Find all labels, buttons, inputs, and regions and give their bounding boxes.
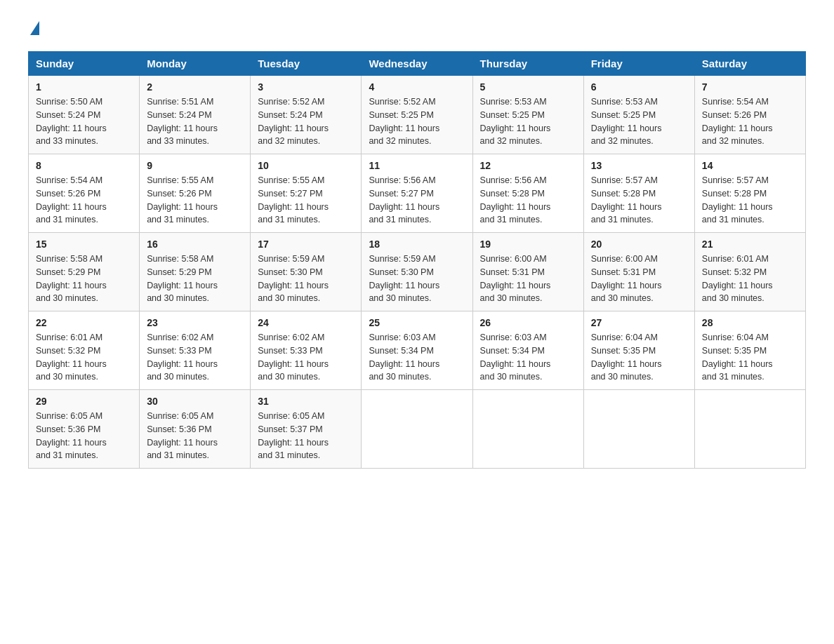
day-info: Sunrise: 5:53 AM Sunset: 5:25 PM Dayligh…	[591, 95, 687, 148]
logo-text	[28, 21, 39, 34]
calendar-cell: 17 Sunrise: 5:59 AM Sunset: 5:30 PM Dayl…	[251, 233, 362, 311]
day-number: 22	[36, 317, 132, 328]
calendar-cell: 30 Sunrise: 6:05 AM Sunset: 5:36 PM Dayl…	[140, 390, 251, 469]
header	[28, 21, 806, 34]
calendar-cell: 2 Sunrise: 5:51 AM Sunset: 5:24 PM Dayli…	[140, 76, 251, 154]
calendar-cell: 10 Sunrise: 5:55 AM Sunset: 5:27 PM Dayl…	[251, 154, 362, 233]
calendar-cell: 31 Sunrise: 6:05 AM Sunset: 5:37 PM Dayl…	[251, 390, 362, 469]
day-number: 2	[147, 81, 243, 93]
calendar-cell: 14 Sunrise: 5:57 AM Sunset: 5:28 PM Dayl…	[694, 154, 805, 233]
calendar-cell: 23 Sunrise: 6:02 AM Sunset: 5:33 PM Dayl…	[140, 311, 251, 390]
day-info: Sunrise: 5:58 AM Sunset: 5:29 PM Dayligh…	[36, 253, 132, 305]
day-info: Sunrise: 5:53 AM Sunset: 5:25 PM Dayligh…	[480, 95, 576, 148]
day-number: 28	[702, 317, 798, 328]
day-number: 27	[591, 317, 687, 328]
calendar-cell: 7 Sunrise: 5:54 AM Sunset: 5:26 PM Dayli…	[694, 76, 805, 154]
day-info: Sunrise: 5:54 AM Sunset: 5:26 PM Dayligh…	[702, 95, 798, 148]
calendar-cell	[583, 390, 694, 469]
day-number: 26	[480, 317, 576, 328]
calendar-table: SundayMondayTuesdayWednesdayThursdayFrid…	[28, 51, 806, 469]
calendar-cell: 8 Sunrise: 5:54 AM Sunset: 5:26 PM Dayli…	[29, 154, 140, 233]
calendar-cell: 12 Sunrise: 5:56 AM Sunset: 5:28 PM Dayl…	[472, 154, 583, 233]
calendar-cell: 3 Sunrise: 5:52 AM Sunset: 5:24 PM Dayli…	[251, 76, 362, 154]
day-info: Sunrise: 6:05 AM Sunset: 5:36 PM Dayligh…	[36, 410, 132, 462]
calendar-cell: 24 Sunrise: 6:02 AM Sunset: 5:33 PM Dayl…	[251, 311, 362, 390]
calendar-cell: 1 Sunrise: 5:50 AM Sunset: 5:24 PM Dayli…	[29, 76, 140, 154]
day-number: 30	[147, 396, 243, 407]
calendar-cell: 9 Sunrise: 5:55 AM Sunset: 5:26 PM Dayli…	[140, 154, 251, 233]
day-info: Sunrise: 5:52 AM Sunset: 5:24 PM Dayligh…	[258, 95, 354, 148]
calendar-cell: 5 Sunrise: 5:53 AM Sunset: 5:25 PM Dayli…	[472, 76, 583, 154]
day-info: Sunrise: 6:00 AM Sunset: 5:31 PM Dayligh…	[480, 253, 576, 305]
day-info: Sunrise: 5:59 AM Sunset: 5:30 PM Dayligh…	[369, 253, 465, 305]
day-info: Sunrise: 6:01 AM Sunset: 5:32 PM Dayligh…	[36, 331, 132, 384]
day-number: 5	[480, 81, 576, 93]
calendar-cell: 29 Sunrise: 6:05 AM Sunset: 5:36 PM Dayl…	[29, 390, 140, 469]
calendar-cell: 28 Sunrise: 6:04 AM Sunset: 5:35 PM Dayl…	[694, 311, 805, 390]
day-info: Sunrise: 6:00 AM Sunset: 5:31 PM Dayligh…	[591, 253, 687, 305]
weekday-header-sunday: Sunday	[29, 52, 140, 76]
weekday-header-thursday: Thursday	[472, 52, 583, 76]
day-number: 3	[258, 81, 354, 93]
day-number: 15	[36, 239, 132, 250]
day-info: Sunrise: 6:05 AM Sunset: 5:36 PM Dayligh…	[147, 410, 243, 462]
day-number: 19	[480, 239, 576, 250]
day-number: 9	[147, 160, 243, 171]
calendar-cell: 22 Sunrise: 6:01 AM Sunset: 5:32 PM Dayl…	[29, 311, 140, 390]
weekday-header-friday: Friday	[583, 52, 694, 76]
day-number: 8	[36, 160, 132, 171]
calendar-cell: 6 Sunrise: 5:53 AM Sunset: 5:25 PM Dayli…	[583, 76, 694, 154]
calendar-cell: 15 Sunrise: 5:58 AM Sunset: 5:29 PM Dayl…	[29, 233, 140, 311]
day-info: Sunrise: 5:59 AM Sunset: 5:30 PM Dayligh…	[258, 253, 354, 305]
day-number: 18	[369, 239, 465, 250]
day-info: Sunrise: 6:04 AM Sunset: 5:35 PM Dayligh…	[591, 331, 687, 384]
calendar-cell: 18 Sunrise: 5:59 AM Sunset: 5:30 PM Dayl…	[362, 233, 472, 311]
day-number: 31	[258, 396, 354, 407]
day-number: 7	[702, 81, 798, 93]
day-number: 11	[369, 160, 465, 171]
day-number: 13	[591, 160, 687, 171]
day-info: Sunrise: 5:58 AM Sunset: 5:29 PM Dayligh…	[147, 253, 243, 305]
day-info: Sunrise: 6:02 AM Sunset: 5:33 PM Dayligh…	[147, 331, 243, 384]
day-number: 14	[702, 160, 798, 171]
day-number: 16	[147, 239, 243, 250]
day-info: Sunrise: 5:55 AM Sunset: 5:27 PM Dayligh…	[258, 174, 354, 227]
weekday-header-tuesday: Tuesday	[251, 52, 362, 76]
calendar-cell: 25 Sunrise: 6:03 AM Sunset: 5:34 PM Dayl…	[362, 311, 472, 390]
day-number: 6	[591, 81, 687, 93]
weekday-header-monday: Monday	[140, 52, 251, 76]
day-number: 21	[702, 239, 798, 250]
day-number: 24	[258, 317, 354, 328]
day-info: Sunrise: 6:05 AM Sunset: 5:37 PM Dayligh…	[258, 410, 354, 462]
day-info: Sunrise: 5:56 AM Sunset: 5:28 PM Dayligh…	[480, 174, 576, 227]
day-number: 25	[369, 317, 465, 328]
day-info: Sunrise: 5:56 AM Sunset: 5:27 PM Dayligh…	[369, 174, 465, 227]
calendar-cell: 19 Sunrise: 6:00 AM Sunset: 5:31 PM Dayl…	[472, 233, 583, 311]
day-info: Sunrise: 5:50 AM Sunset: 5:24 PM Dayligh…	[36, 95, 132, 148]
day-number: 23	[147, 317, 243, 328]
weekday-header-wednesday: Wednesday	[362, 52, 472, 76]
day-info: Sunrise: 6:03 AM Sunset: 5:34 PM Dayligh…	[369, 331, 465, 384]
day-number: 29	[36, 396, 132, 407]
calendar-cell: 27 Sunrise: 6:04 AM Sunset: 5:35 PM Dayl…	[583, 311, 694, 390]
calendar-cell	[694, 390, 805, 469]
logo	[28, 21, 39, 34]
calendar-cell: 11 Sunrise: 5:56 AM Sunset: 5:27 PM Dayl…	[362, 154, 472, 233]
day-info: Sunrise: 6:02 AM Sunset: 5:33 PM Dayligh…	[258, 331, 354, 384]
day-info: Sunrise: 5:57 AM Sunset: 5:28 PM Dayligh…	[591, 174, 687, 227]
day-info: Sunrise: 6:04 AM Sunset: 5:35 PM Dayligh…	[702, 331, 798, 384]
calendar-cell: 26 Sunrise: 6:03 AM Sunset: 5:34 PM Dayl…	[472, 311, 583, 390]
day-number: 1	[36, 81, 132, 93]
calendar-cell: 21 Sunrise: 6:01 AM Sunset: 5:32 PM Dayl…	[694, 233, 805, 311]
calendar-cell	[362, 390, 472, 469]
day-info: Sunrise: 5:54 AM Sunset: 5:26 PM Dayligh…	[36, 174, 132, 227]
day-number: 12	[480, 160, 576, 171]
calendar-cell	[472, 390, 583, 469]
calendar-cell: 16 Sunrise: 5:58 AM Sunset: 5:29 PM Dayl…	[140, 233, 251, 311]
day-info: Sunrise: 6:03 AM Sunset: 5:34 PM Dayligh…	[480, 331, 576, 384]
day-info: Sunrise: 6:01 AM Sunset: 5:32 PM Dayligh…	[702, 253, 798, 305]
day-number: 10	[258, 160, 354, 171]
day-number: 17	[258, 239, 354, 250]
weekday-header-saturday: Saturday	[694, 52, 805, 76]
day-number: 4	[369, 81, 465, 93]
